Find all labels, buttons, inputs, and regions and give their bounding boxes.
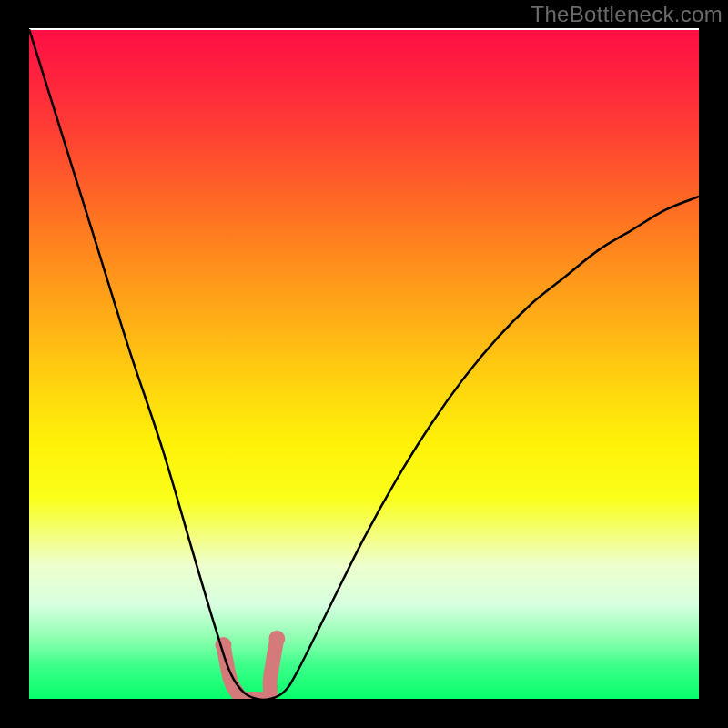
watermark-label: TheBottleneck.com: [531, 2, 723, 27]
chart-frame: TheBottleneck.com: [0, 0, 728, 728]
series-bottleneck-curve: [29, 29, 699, 699]
chart-svg: [29, 29, 699, 699]
series-highlight-sweet-spot: [223, 639, 277, 699]
